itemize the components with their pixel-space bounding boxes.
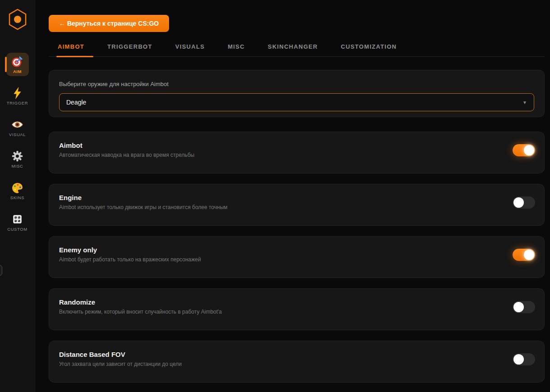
tab-aimbot[interactable]: AIMBOT: [58, 43, 93, 56]
back-to-csgo-button[interactable]: ← Вернуться к странице CS:GO: [49, 15, 169, 32]
setting-row: Randomize Включить режим, который вносит…: [49, 288, 545, 330]
toggle-distance-based-fov[interactable]: [513, 353, 535, 365]
tab-misc[interactable]: MISC: [228, 43, 254, 56]
tab-skinchanger[interactable]: SKINCHANGER: [268, 43, 327, 56]
toggle-engine[interactable]: [513, 196, 535, 209]
sidebar-item-trigger[interactable]: TRIGGER: [6, 84, 29, 108]
setting-row: Aimbot Автоматическая наводка на врага в…: [49, 132, 545, 173]
toggle-knob: [513, 197, 524, 208]
dart-target-icon: [11, 55, 23, 68]
tab-visuals[interactable]: VISUALS: [175, 43, 214, 56]
tab-bar: AIMBOTTRIGGERBOTVISUALSMISCSKINCHANGERCU…: [49, 43, 545, 57]
setting-row: Distance Based FOV Угол захвата цели зав…: [49, 341, 545, 383]
control-knobs-icon: [11, 213, 23, 225]
setting-description: Aimbot будет работать только на вражески…: [59, 256, 201, 263]
toggle-knob: [513, 302, 524, 312]
setting-row: Engine Aimbot использует только движок и…: [49, 184, 545, 226]
tab-customization[interactable]: CUSTOMIZATION: [341, 43, 406, 56]
setting-description: Aimbot использует только движок игры и с…: [59, 204, 228, 210]
sidebar-item-label: SKINS: [10, 195, 25, 200]
toggle-aimbot[interactable]: [513, 144, 535, 156]
toggle-knob: [524, 250, 534, 260]
sidebar-item-label: AIM: [13, 69, 22, 74]
sidebar-item-label: TRIGGER: [7, 100, 28, 105]
setting-title: Distance Based FOV: [59, 351, 182, 358]
settings-list: Aimbot Автоматическая наводка на врага в…: [49, 132, 545, 383]
sidebar-item-misc[interactable]: MISC: [6, 147, 29, 171]
app-logo hexagon-logo-icon[interactable]: [7, 8, 28, 31]
setting-description: Угол захвата цели зависит от дистанции д…: [59, 361, 182, 367]
eye-icon: [11, 119, 23, 131]
setting-description: Автоматическая наводка на врага во время…: [59, 152, 194, 158]
setting-title: Enemy only: [59, 246, 201, 254]
setting-title: Engine: [59, 194, 228, 201]
setting-title: Aimbot: [59, 141, 194, 149]
toggle-randomize[interactable]: [513, 301, 535, 313]
setting-title: Randomize: [59, 298, 222, 306]
gear-icon: [11, 150, 23, 162]
toggle-knob: [513, 354, 524, 365]
sidebar-item-visual[interactable]: VISUAL: [6, 116, 29, 139]
toggle-knob: [524, 145, 534, 155]
weapon-select-dropdown[interactable]: Deagle ▼: [59, 93, 534, 111]
app-window: { "accent": "#f57b0d", "back_button": { …: [0, 0, 550, 392]
weapon-select-value: Deagle: [66, 99, 86, 106]
toggle-enemy-only[interactable]: [513, 249, 535, 261]
sidebar-item-custom[interactable]: CUSTOM: [6, 210, 29, 234]
weapon-select-card: Выберите оружие для настройки Aimbot Dea…: [49, 70, 545, 117]
setting-row: Enemy only Aimbot будет работать только …: [49, 236, 545, 278]
palette-icon: [11, 182, 23, 194]
tab-triggerbot[interactable]: TRIGGERBOT: [107, 43, 161, 56]
sidebar-item-skins[interactable]: SKINS: [6, 179, 29, 202]
edge-handle[interactable]: [0, 265, 2, 276]
weapon-select-label: Выберите оружие для настройки Aimbot: [59, 81, 534, 87]
sidebar-nav: AIM TRIGGER VISUAL MISC SKINS CUSTOM: [6, 53, 29, 242]
sidebar-item-aim[interactable]: AIM: [6, 53, 29, 76]
sidebar-item-label: MISC: [11, 164, 23, 169]
chevron-down-icon: ▼: [522, 100, 527, 105]
setting-description: Включить режим, который вносит случайнос…: [59, 309, 222, 315]
lightning-icon: [11, 87, 23, 99]
sidebar: AIM TRIGGER VISUAL MISC SKINS CUSTOM: [0, 0, 35, 392]
sidebar-item-label: VISUAL: [9, 132, 26, 137]
main-content: ← Вернуться к странице CS:GO AIMBOTTRIGG…: [36, 0, 550, 392]
sidebar-item-label: CUSTOM: [7, 227, 28, 232]
